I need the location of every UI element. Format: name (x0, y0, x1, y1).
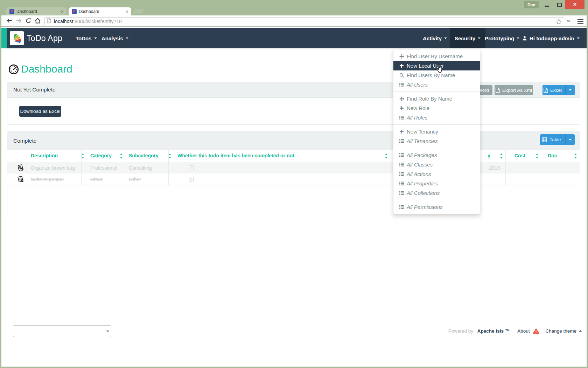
apache-isis-link[interactable]: Apache Isis ™ (477, 328, 510, 334)
sort-icon[interactable] (120, 154, 123, 160)
minimize-icon (545, 6, 549, 7)
plus-icon (399, 63, 404, 68)
sort-icon[interactable] (500, 154, 503, 160)
close-button[interactable]: × (565, 0, 584, 9)
app-navbar: ToDo App ToDos Analysis Activity Securit… (1, 28, 587, 48)
menu-item-new-role[interactable]: New Role (393, 103, 480, 113)
home-icon[interactable] (35, 18, 41, 24)
menu-item-label: All Roles (407, 115, 427, 121)
sort-icon[interactable] (536, 154, 539, 160)
menu-item-new-tenancy[interactable]: New Tenancy (393, 127, 480, 136)
column-header-category[interactable]: Category (90, 153, 112, 158)
column-header-completed[interactable]: Whether this todo item has been complete… (177, 153, 296, 158)
todo-item-icon[interactable] (17, 164, 24, 172)
arrows-icon (399, 96, 404, 101)
menu-item-all-users[interactable]: All Users (393, 80, 480, 89)
cell-category: Other (90, 177, 103, 182)
excel-split-button[interactable]: Excel (542, 85, 575, 95)
forward-icon[interactable] (16, 18, 22, 24)
menu-item-all-permissions[interactable]: All Permissions (393, 202, 480, 212)
menu-item-all-properties[interactable]: All Properties (393, 179, 480, 188)
refresh-icon[interactable] (26, 18, 32, 24)
maximize-button[interactable] (553, 0, 565, 9)
list-icon (399, 191, 404, 195)
column-header-subcategory[interactable]: Subcategory (129, 153, 159, 158)
menu-item-all-collections[interactable]: All Collections (393, 188, 480, 198)
warning-icon (532, 328, 540, 334)
accent-strip (1, 28, 7, 48)
sort-icon[interactable] (81, 154, 84, 160)
extensions-overflow-icon[interactable]: » (567, 18, 570, 23)
sort-icon[interactable] (574, 154, 577, 160)
cell-subcategory: Consulting (129, 165, 152, 171)
plus-icon (399, 129, 404, 134)
menu-item-all-packages[interactable]: All Packages (393, 150, 480, 160)
app-brand[interactable]: ToDo App (27, 28, 62, 48)
nav-analysis[interactable]: Analysis (102, 28, 128, 48)
browser-tab-active[interactable]: Dashboard × (69, 7, 131, 15)
menu-item-all-tenancies[interactable]: All Tenancies (393, 136, 480, 146)
maximize-icon (557, 3, 562, 7)
checkbox-check-icon: ✓ (190, 165, 193, 170)
address-bar[interactable]: localhost:8080/wicket/entity?18 (44, 17, 564, 25)
nav-todos[interactable]: ToDos (76, 28, 97, 48)
column-header-cost[interactable]: Cost (514, 153, 525, 158)
tab-close-icon[interactable]: × (61, 9, 64, 14)
about-link[interactable]: About (517, 328, 530, 334)
table-view-split-button[interactable]: Table (540, 134, 575, 145)
tab-title: Dashboard (79, 9, 124, 14)
download-as-excel-button[interactable]: Download as Excel (19, 106, 61, 117)
browser-profile-button[interactable]: Dan (524, 1, 539, 8)
close-icon: × (573, 1, 577, 8)
chevron-down-icon (569, 139, 572, 141)
user-icon (522, 36, 527, 41)
chevron-down-icon (126, 38, 128, 39)
menu-item-label: Find User By Username (407, 53, 463, 59)
table-row[interactable]: Organize brown bag Professional Consulti… (7, 162, 580, 173)
export-as-xml-button[interactable]: Export As Xml (495, 85, 533, 95)
chevron-down-icon (478, 38, 481, 39)
excel-button[interactable]: Excel (542, 88, 563, 93)
bookmark-star-icon[interactable] (556, 19, 562, 26)
table-grid-icon (542, 137, 547, 142)
table-view-button[interactable]: Table (540, 137, 563, 142)
menu-item-all-roles[interactable]: All Roles (393, 113, 480, 122)
column-header-description[interactable]: Description (31, 153, 58, 158)
nav-security[interactable]: Security (450, 28, 485, 48)
column-divider (505, 150, 506, 185)
menu-item-label: All Collections (407, 190, 440, 196)
nav-activity[interactable]: Activity (423, 28, 447, 48)
cell-description[interactable]: Write to penpal (31, 177, 64, 182)
menu-item-find-role-by-name[interactable]: Find Role By Name (393, 94, 480, 103)
menu-item-all-classes[interactable]: All Classes (393, 160, 480, 169)
menu-item-find-user-by-username[interactable]: Find User By Username (393, 52, 480, 61)
excel-dropdown-toggle[interactable] (565, 85, 575, 95)
window-border (587, 15, 588, 368)
column-header-doc[interactable]: Doc (548, 153, 557, 158)
sort-icon[interactable] (168, 154, 172, 160)
nav-prototyping[interactable]: Prototyping (485, 28, 519, 48)
url-text[interactable]: localhost:8080/wicket/entity?18 (54, 19, 122, 24)
todo-item-icon[interactable] (17, 176, 24, 184)
menu-divider (393, 124, 480, 125)
cell-category: Professional (90, 165, 117, 171)
table-bottom-border (7, 185, 580, 185)
browser-tab-inactive[interactable]: Dashboard × (6, 7, 66, 15)
table-row[interactable]: Write to penpal Other Other ✓ (7, 173, 580, 185)
menu-item-all-actions[interactable]: All Actions (393, 169, 480, 179)
browser-menu-icon[interactable] (578, 19, 583, 25)
select-dropdown-toggle[interactable] (104, 326, 111, 337)
app-logo[interactable] (10, 31, 24, 45)
cell-description[interactable]: Organize brown bag (31, 165, 75, 171)
window-border (0, 15, 1, 368)
column-header-dueby-clipped[interactable]: y (488, 153, 490, 158)
tab-favicon (9, 9, 14, 14)
back-icon[interactable] (6, 18, 13, 24)
footer-select[interactable] (13, 325, 111, 337)
table-view-dropdown-toggle[interactable] (565, 134, 575, 145)
minimize-button[interactable] (541, 0, 553, 9)
change-theme-link[interactable]: Change theme (545, 328, 576, 334)
tab-close-icon[interactable]: × (126, 9, 128, 14)
sort-icon[interactable] (385, 154, 388, 160)
nav-user[interactable]: Hi todoapp-admin (522, 28, 580, 48)
